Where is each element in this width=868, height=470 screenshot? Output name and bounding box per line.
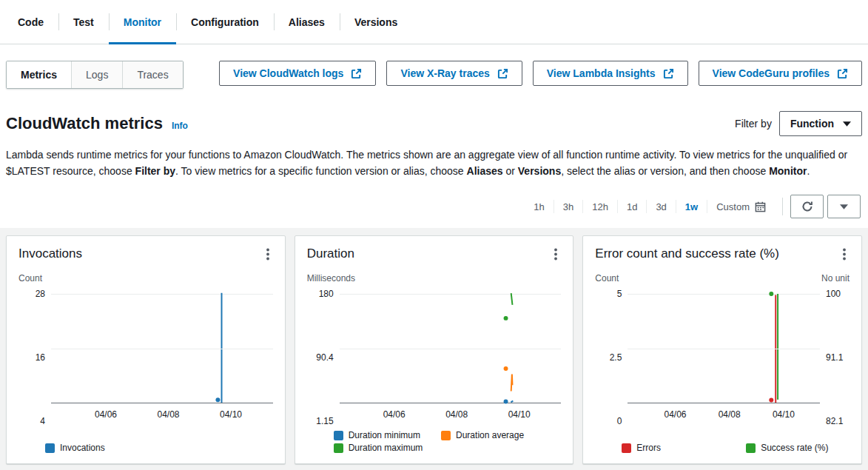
legend-label: Invocations [60, 443, 105, 453]
button-label: View X-Ray traces [400, 67, 489, 79]
legend-label: Errors [636, 443, 661, 453]
y-axis-unit-label: Count [595, 273, 619, 283]
tab-test[interactable]: Test [58, 0, 109, 44]
chart-legend: Invocations [18, 443, 273, 453]
y-axis-ticks: 180 90.4 1.15 [307, 294, 340, 421]
time-range-1h[interactable]: 1h [525, 200, 553, 213]
legend-label: Duration maximum [349, 443, 423, 453]
button-label: View CloudWatch logs [233, 67, 343, 79]
y-axis-ticks: 28 16 4 [18, 294, 51, 421]
error-success-series [628, 294, 820, 403]
plot-area [51, 294, 273, 403]
tab-code[interactable]: Code [3, 0, 58, 44]
charts-section: Invocations Count 28 16 4 04/06 04/08 [0, 228, 868, 470]
y-axis-ticks: 5 2.5 0 [595, 294, 628, 421]
metrics-logs-traces-tabs: Metrics Logs Traces [6, 61, 184, 89]
external-link-icon [497, 68, 508, 79]
time-range-toolbar: 1h 3h 12h 1d 3d 1w Custom [0, 194, 868, 219]
x-axis-ticks: 04/06 04/08 04/10 [51, 403, 273, 421]
plot-area [340, 294, 562, 403]
legend-swatch [746, 443, 756, 453]
kebab-menu-icon[interactable] [839, 246, 850, 264]
external-link-icon [351, 68, 362, 79]
caret-down-icon [843, 121, 851, 127]
external-link-icon [837, 68, 848, 79]
chart-title: Duration [307, 246, 354, 261]
x-axis-ticks: 04/06 04/08 04/10 [628, 403, 820, 421]
view-codeguru-profiles-button[interactable]: View CodeGuru profiles [699, 61, 862, 86]
external-link-icon [663, 68, 674, 79]
chart-title: Invocations [18, 246, 82, 261]
legend-item[interactable]: Duration minimum [334, 430, 420, 440]
filter-by-label: Filter by [735, 118, 772, 130]
kebab-menu-icon[interactable] [551, 246, 561, 264]
invocations-chart-card: Invocations Count 28 16 4 04/06 04/08 [6, 235, 286, 464]
page-title: CloudWatch metrics [6, 114, 163, 133]
plot-area [628, 294, 820, 403]
y-axis-unit-label-right: No unit [821, 273, 850, 283]
button-label: View CodeGuru profiles [713, 67, 830, 79]
legend-swatch [441, 431, 451, 440]
custom-range-label: Custom [716, 201, 750, 212]
refresh-icon [801, 201, 813, 212]
monitor-sub-header: Metrics Logs Traces View CloudWatch logs… [0, 44, 868, 89]
legend-swatch [622, 443, 631, 453]
kebab-menu-icon[interactable] [263, 246, 273, 264]
caret-down-icon [840, 204, 848, 209]
time-range-custom[interactable]: Custom [707, 200, 775, 213]
chart-legend: Errors Success rate (%) [595, 443, 850, 453]
time-range-3h[interactable]: 3h [554, 200, 582, 213]
tab-monitor[interactable]: Monitor [109, 0, 176, 44]
toolbar-divider [782, 198, 783, 215]
info-link[interactable]: Info [172, 121, 188, 133]
external-view-buttons: View CloudWatch logs View X-Ray traces V… [219, 61, 862, 86]
invocations-series [51, 294, 273, 403]
time-range-12h[interactable]: 12h [582, 200, 617, 213]
legend-label: Duration average [456, 430, 524, 440]
view-xray-traces-button[interactable]: View X-Ray traces [386, 61, 522, 86]
tab-aliases[interactable]: Aliases [274, 0, 340, 44]
legend-item[interactable]: Success rate (%) [746, 443, 850, 453]
cloudwatch-metrics-header: CloudWatch metrics Info Filter by Functi… [0, 89, 868, 136]
tab-logs[interactable]: Logs [71, 61, 122, 88]
legend-label: Success rate (%) [761, 443, 828, 453]
tab-metrics[interactable]: Metrics [7, 61, 71, 88]
y-axis-unit-label: Count [18, 273, 42, 283]
tab-configuration[interactable]: Configuration [176, 0, 274, 44]
legend-item[interactable]: Invocations [45, 443, 105, 453]
y-axis-ticks-right: 100 91.1 82.1 [820, 294, 850, 421]
chart-legend: Duration minimum Duration average Durati… [307, 430, 562, 453]
refresh-options-dropdown[interactable] [827, 195, 861, 218]
description-text: Lambda sends runtime metrics for your fu… [6, 147, 862, 179]
time-range-1d[interactable]: 1d [617, 200, 646, 213]
filter-by-value: Function [790, 118, 834, 130]
legend-swatch [45, 443, 55, 453]
time-range-1w[interactable]: 1w [676, 200, 707, 213]
time-range-3d[interactable]: 3d [646, 200, 675, 213]
legend-swatch [334, 431, 343, 440]
tab-traces[interactable]: Traces [122, 61, 182, 88]
error-success-chart-card: Error count and success rate (%) Count N… [582, 235, 862, 464]
x-axis-ticks: 04/06 04/08 04/10 [340, 403, 562, 421]
time-range-options: 1h 3h 12h 1d 3d 1w Custom [525, 200, 775, 213]
function-tab-bar: Code Test Monitor Configuration Aliases … [0, 0, 868, 44]
button-label: View Lambda Insights [547, 67, 656, 79]
filter-by-dropdown[interactable]: Function [779, 111, 862, 136]
calendar-icon [755, 201, 766, 212]
view-cloudwatch-logs-button[interactable]: View CloudWatch logs [219, 61, 376, 86]
legend-label: Duration minimum [349, 430, 420, 440]
legend-swatch [334, 443, 343, 453]
duration-chart-card: Duration Milliseconds 180 90.4 1.15 04/0… [295, 235, 574, 464]
chart-title: Error count and success rate (%) [595, 246, 778, 261]
view-lambda-insights-button[interactable]: View Lambda Insights [533, 61, 688, 86]
legend-item[interactable]: Errors [622, 443, 725, 453]
refresh-button[interactable] [790, 195, 824, 218]
tab-versions[interactable]: Versions [340, 0, 412, 44]
duration-series [340, 294, 562, 403]
legend-item[interactable]: Duration maximum [334, 443, 423, 453]
y-axis-unit-label: Milliseconds [307, 273, 355, 283]
legend-item[interactable]: Duration average [441, 430, 524, 440]
